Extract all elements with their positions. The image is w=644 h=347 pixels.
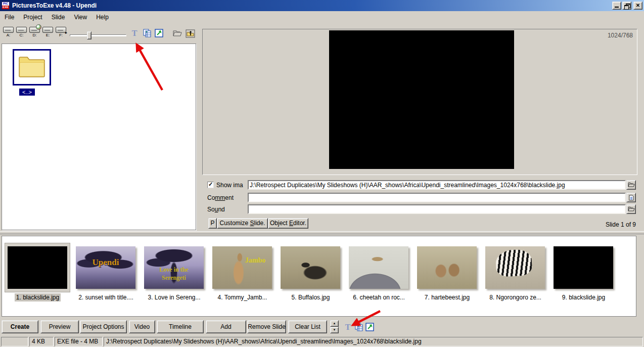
slide-item-7[interactable]: 7. hartebeest.jpg (413, 236, 481, 310)
edit-comment-button[interactable] (626, 193, 636, 202)
menu-project[interactable]: Project (19, 12, 47, 22)
status-empty-cell (1, 337, 28, 346)
folder-icon (17, 56, 47, 79)
project-options-button[interactable]: Project Options (80, 320, 127, 333)
slide-thumbnail[interactable] (281, 246, 340, 289)
video-button[interactable]: Video (129, 320, 155, 333)
menu-help[interactable]: Help (91, 12, 113, 22)
slide-label[interactable]: 5. Buffalos.jpg (277, 294, 344, 301)
drive-c-button[interactable]: C: (15, 27, 28, 41)
drive-a-button[interactable]: A: (2, 27, 15, 41)
slide-thumbnail[interactable]: Upendi (76, 246, 135, 289)
slide-thumbnail[interactable]: Love in the Serengeti (144, 246, 204, 289)
slide-thumbnail[interactable]: Jambo (212, 246, 272, 289)
timeline-button[interactable]: Timeline (157, 320, 204, 333)
customize-slide-button[interactable]: Customize Slide. (217, 218, 268, 229)
drive-d-button[interactable]: D: (28, 27, 41, 41)
slide-item-4[interactable]: Jambo 4. Tommy_Jamb... (209, 236, 276, 310)
spinner-up-button[interactable]: ▲ (330, 320, 339, 327)
slide-preview-image (329, 30, 514, 169)
document-icon (629, 195, 634, 201)
restore-button[interactable] (622, 2, 631, 10)
text-tool-icon: T (345, 323, 351, 332)
open-folder-icon (628, 182, 635, 188)
slide-label[interactable]: 2. sunset with title.... (72, 294, 140, 301)
slide-label[interactable]: 6. cheetah on roc... (345, 294, 412, 301)
sound-label: Sound (207, 206, 225, 213)
status-file-path: J:\Retrospect Duplicates\My Slideshows (… (104, 337, 643, 346)
clear-list-button[interactable]: Clear List (288, 320, 327, 333)
slide-label[interactable]: 4. Tommy_Jamb... (209, 294, 276, 301)
main-toolbar: A: C: D: E: F: ▸ T (0, 24, 200, 44)
slide-item-3[interactable]: Love in the Serengeti 3. Love in Sereng.… (141, 236, 208, 310)
remove-slide-button[interactable]: Remove Slide (247, 320, 286, 333)
p-button[interactable]: P (208, 218, 217, 229)
title-bar: PicturesToExe v4.48 - Upendi (0, 0, 644, 11)
app-window: PicturesToExe v4.48 - Upendi File Projec… (0, 0, 644, 347)
text-tool-icon: T (132, 29, 137, 38)
thumbnail-title-text: Serengeti (144, 274, 204, 282)
slide-thumbnail[interactable] (349, 246, 408, 289)
slider-track[interactable] (70, 34, 126, 36)
spinner-down-button[interactable]: ▼ (330, 327, 339, 333)
slide-thumbnail[interactable] (417, 246, 477, 289)
slide-list-panel: 1. blackslide.jpg Upendi 2. sunset with … (2, 236, 636, 317)
add-button[interactable]: Add (206, 320, 246, 333)
image-path-input[interactable] (248, 180, 626, 190)
close-button[interactable] (633, 2, 642, 10)
browse-image-button[interactable] (626, 180, 636, 190)
folder-up-icon (186, 29, 195, 38)
open-project-button[interactable] (172, 28, 182, 38)
slide-item-8[interactable]: 8. Ngorongoro ze... (482, 236, 549, 310)
parent-folder-label[interactable]: <..> (19, 89, 35, 96)
slide-thumbnail[interactable] (8, 246, 67, 289)
drive-e-button[interactable]: E: (41, 27, 54, 41)
slide-label[interactable]: 3. Love in Sereng... (141, 294, 208, 301)
drive-menu-arrow-icon[interactable]: ▸ (65, 30, 67, 35)
app-icon (2, 2, 10, 10)
slide-label[interactable]: 9. blackslide.jpg (550, 294, 617, 301)
slide-counter: Slide 1 of 9 (606, 221, 636, 228)
slide-preview-panel: 1024/768 (202, 29, 637, 175)
slide-item-6[interactable]: 6. cheetah on roc... (345, 236, 412, 310)
status-file-size: 4 KB (29, 337, 54, 346)
slide-thumbnail[interactable] (485, 246, 545, 289)
sound-input[interactable] (248, 204, 626, 214)
slide-label[interactable]: 8. Ngorongoro ze... (482, 294, 549, 301)
fullscreen-preview-button-bottom[interactable] (365, 322, 375, 332)
splitter[interactable] (0, 231, 644, 234)
slide-label[interactable]: 7. hartebeest.jpg (413, 294, 481, 301)
minimize-button[interactable] (612, 2, 621, 10)
slide-item-2[interactable]: Upendi 2. sunset with title.... (72, 236, 140, 310)
show-image-checkbox[interactable] (207, 182, 214, 188)
slide-item-1[interactable]: 1. blackslide.jpg (4, 236, 71, 310)
folder-up-button[interactable] (185, 28, 195, 38)
object-editor-button[interactable]: Object Editor. (268, 218, 308, 229)
thumbnail-title-text: Upendi (76, 257, 135, 268)
menu-file[interactable]: File (0, 12, 19, 22)
slide-label[interactable]: 1. blackslide.jpg (4, 294, 71, 301)
menu-view[interactable]: View (69, 12, 91, 22)
show-image-label: Show ima (216, 182, 247, 189)
slide-thumbnail[interactable] (554, 246, 613, 289)
report-view-button[interactable] (142, 28, 152, 38)
comment-input[interactable] (248, 193, 626, 202)
file-browser-panel: <..> (2, 44, 196, 230)
slider-thumb[interactable] (87, 31, 91, 39)
parent-folder-item[interactable] (13, 49, 51, 85)
preview-button[interactable]: Preview (40, 320, 79, 333)
text-tool-button[interactable]: T (129, 28, 140, 38)
text-tool-button-bottom[interactable]: T (343, 322, 353, 332)
create-button[interactable]: Create (2, 320, 38, 333)
slide-item-5[interactable]: 5. Buffalos.jpg (277, 236, 344, 310)
open-folder-icon (173, 29, 182, 37)
menu-slide[interactable]: Slide (47, 12, 70, 22)
window-title: PicturesToExe v4.48 - Upendi (12, 2, 611, 9)
browse-sound-button[interactable] (626, 204, 636, 214)
fullscreen-preview-button[interactable] (154, 28, 164, 38)
hard-drive-icon (16, 27, 27, 33)
slide-item-9[interactable]: 9. blackslide.jpg (550, 236, 617, 310)
hard-drive-icon (42, 27, 53, 33)
report-view-button-bottom[interactable] (354, 322, 364, 332)
thumbnail-size-slider[interactable] (70, 31, 126, 39)
